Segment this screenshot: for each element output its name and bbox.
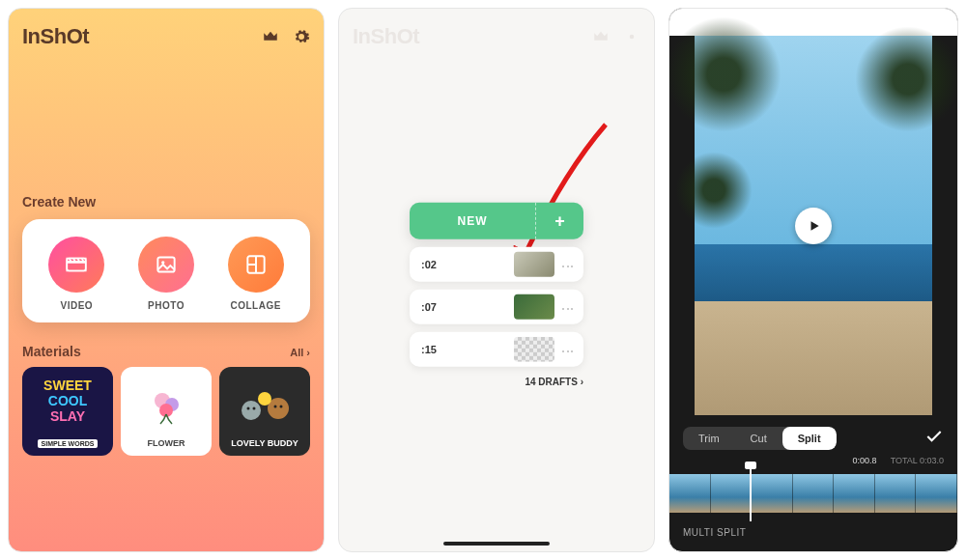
play-icon: [808, 219, 821, 233]
svg-point-7: [242, 401, 261, 420]
material-lovely-buddy[interactable]: LOVELY BUDDY: [219, 367, 310, 456]
playhead[interactable]: [750, 465, 752, 521]
check-icon: [924, 427, 944, 446]
video-preview[interactable]: [695, 36, 932, 415]
create-collage-label: COLLAGE: [230, 300, 280, 311]
timeline[interactable]: [669, 469, 957, 518]
drafts-overlay-screen: InShOt NEW + :02 ⋮ :07 ⋮ :15 ⋮ 14 DRAFT: [338, 8, 655, 552]
clip-frame: [669, 474, 711, 513]
gear-icon[interactable]: [293, 28, 310, 45]
tab-trim[interactable]: Trim: [683, 427, 735, 450]
all-drafts-link[interactable]: 14 DRAFTS ›: [410, 377, 583, 387]
material-label: LOVELY BUDDY: [231, 438, 298, 448]
play-button[interactable]: [795, 208, 832, 244]
svg-point-12: [274, 406, 277, 408]
draft-thumbnail: [514, 294, 554, 320]
draft-thumbnail: [514, 252, 554, 277]
material-label: FLOWER: [148, 438, 185, 448]
flower-icon: [143, 375, 189, 438]
draft-item[interactable]: :15 ⋮: [410, 332, 583, 367]
svg-rect-1: [157, 257, 174, 271]
create-collage-button[interactable]: COLLAGE: [228, 237, 284, 311]
more-icon[interactable]: ⋮: [554, 259, 576, 269]
clip-strip: [669, 474, 957, 513]
photo-icon: [138, 237, 194, 293]
multi-split-label[interactable]: MULTI SPLIT: [669, 527, 957, 551]
materials-header: Materials All ›: [22, 344, 310, 359]
clip-frame: [834, 474, 875, 513]
confirm-button[interactable]: [924, 427, 944, 450]
time-total: TOTAL 0:03.0: [891, 456, 944, 465]
timeline-meta: 0:00.8 TOTAL 0:03.0: [669, 456, 957, 469]
draft-duration: :07: [421, 301, 514, 313]
more-icon[interactable]: ⋮: [554, 344, 576, 354]
create-video-button[interactable]: VIDEO: [48, 237, 104, 311]
tab-cut[interactable]: Cut: [735, 427, 782, 450]
tree-branch-decoration: [668, 16, 781, 132]
material-simple-words[interactable]: SWEET COOL SLAY SIMPLE WORDS: [22, 367, 113, 456]
buddy-icon: [238, 375, 292, 438]
home-screen: InShOt Create New VIDEO PHOTO COLLAGE: [8, 8, 325, 552]
clip-frame: [793, 474, 835, 513]
new-button-label: NEW: [410, 214, 535, 228]
svg-point-10: [247, 407, 250, 410]
clapper-icon: [48, 237, 104, 293]
materials-row: SWEET COOL SLAY SIMPLE WORDS FLOWER LOVE…: [22, 367, 310, 456]
clip-frame: [916, 474, 957, 513]
create-photo-button[interactable]: PHOTO: [138, 237, 194, 311]
svg-point-14: [630, 35, 635, 40]
header-icons: [262, 28, 310, 45]
draft-duration: :15: [421, 344, 514, 355]
create-new-title: Create New: [22, 194, 310, 210]
tab-split[interactable]: Split: [782, 427, 837, 450]
time-current: 0:00.8: [853, 456, 877, 465]
tab-group: Trim Cut Split: [683, 427, 837, 450]
crown-icon[interactable]: [262, 28, 279, 45]
app-logo: InShOt: [22, 24, 89, 49]
svg-point-9: [258, 392, 271, 406]
editor-screen: Trim Cut Split 0:00.8 TOTAL 0:03.0 MULTI…: [668, 8, 958, 552]
tree-branch-decoration: [675, 152, 753, 229]
material-flower[interactable]: FLOWER: [121, 367, 212, 456]
materials-all-link[interactable]: All ›: [290, 347, 310, 358]
header: InShOt: [22, 24, 310, 49]
draft-item[interactable]: :07 ⋮: [410, 290, 583, 324]
tree-branch-decoration: [855, 26, 958, 132]
create-card: VIDEO PHOTO COLLAGE: [22, 219, 310, 322]
collage-icon: [228, 237, 284, 293]
clip-frame: [711, 474, 753, 513]
clip-frame: [752, 474, 793, 513]
faded-background: InShOt: [353, 24, 640, 49]
create-video-label: VIDEO: [61, 300, 94, 311]
drafts-panel: NEW + :02 ⋮ :07 ⋮ :15 ⋮ 14 DRAFTS ›: [410, 203, 583, 387]
draft-thumbnail: [514, 337, 554, 362]
materials-title: Materials: [22, 344, 81, 359]
draft-item[interactable]: :02 ⋮: [410, 247, 583, 282]
create-photo-label: PHOTO: [148, 300, 185, 311]
home-indicator: [443, 542, 550, 546]
svg-point-13: [280, 406, 283, 408]
svg-point-11: [253, 407, 256, 410]
edit-tabs: Trim Cut Split: [669, 415, 957, 456]
more-icon[interactable]: ⋮: [554, 301, 576, 312]
plus-icon: +: [535, 203, 583, 239]
new-button[interactable]: NEW +: [410, 203, 583, 239]
clip-frame: [875, 474, 917, 513]
material-label: SIMPLE WORDS: [38, 439, 99, 448]
draft-duration: :02: [421, 259, 514, 270]
